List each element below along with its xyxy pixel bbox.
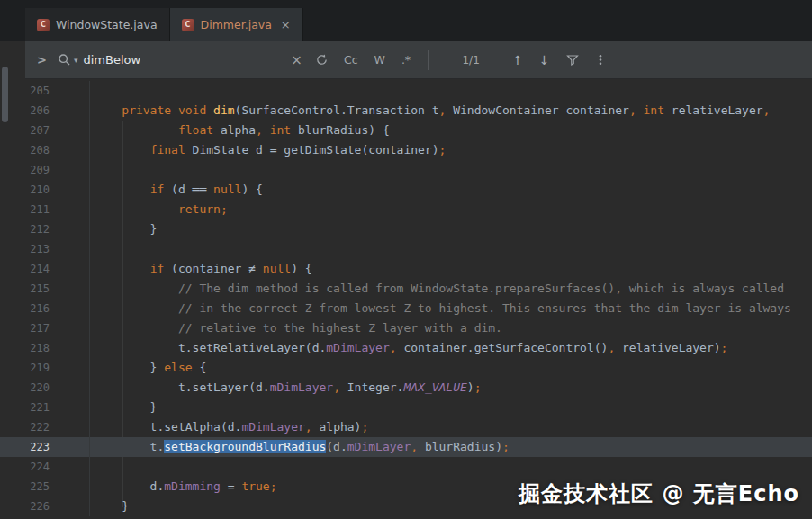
code-line[interactable]: 206 private void dim(SurfaceControl.Tran… [0, 101, 812, 121]
code-text: final DimState d = getDimState(container… [90, 140, 446, 160]
line-number[interactable]: 214 [0, 259, 90, 279]
code-text [90, 160, 94, 180]
code-text: return; [90, 200, 228, 219]
tab-label: WindowState.java [56, 18, 158, 31]
code-line[interactable]: 223 t.setBackgroundBlurRadius(d.mDimLaye… [0, 437, 812, 457]
code-text: } [90, 219, 157, 239]
search-history-arrow-icon[interactable]: ▾ [74, 56, 78, 65]
code-line[interactable]: 221 } [0, 398, 812, 417]
line-number[interactable]: 215 [0, 279, 90, 299]
circular-arrow-icon[interactable] [315, 53, 329, 67]
code-text: } else { [90, 358, 206, 378]
find-toolbar: > ▾ dimBelow × Cc W .* 1/1 ↑ ↓ [25, 41, 812, 79]
filter-funnel-icon[interactable] [565, 53, 580, 67]
regex-toggle[interactable]: .* [401, 53, 411, 67]
line-number[interactable]: 208 [0, 140, 90, 160]
code-line[interactable]: 210 if (d ══ null) { [0, 180, 812, 200]
scrollbar-thumb[interactable] [2, 67, 8, 122]
watermark-text: 掘金技术社区 @ 无言Echo [519, 479, 799, 508]
code-text: d.mDimming = true; [90, 477, 277, 497]
editor-tab-bar: C WindowState.java C Dimmer.java × [0, 0, 812, 41]
tab-label: Dimmer.java [201, 18, 272, 31]
line-number[interactable]: 225 [0, 477, 90, 497]
code-line[interactable]: 217 // relative to the highest Z layer w… [0, 318, 812, 338]
previous-occurrence-button[interactable]: ↑ [512, 53, 523, 67]
search-input[interactable]: ▾ dimBelow × [58, 52, 308, 68]
expand-replace-chevron-icon[interactable]: > [37, 53, 47, 67]
match-case-toggle[interactable]: Cc [344, 53, 358, 67]
code-line[interactable]: 211 return; [0, 200, 812, 219]
code-line[interactable]: 220 t.setLayer(d.mDimLayer, Integer.MAX_… [0, 378, 812, 398]
code-line[interactable]: 216 // in the correct Z from lowest Z to… [0, 299, 812, 318]
line-number[interactable]: 209 [0, 160, 90, 180]
line-number[interactable]: 226 [0, 497, 90, 516]
code-text [90, 239, 94, 259]
line-number[interactable]: 205 [0, 81, 90, 101]
search-query-text[interactable]: dimBelow [83, 53, 285, 67]
magnifier-icon[interactable] [58, 53, 71, 67]
next-occurrence-button[interactable]: ↓ [539, 53, 550, 67]
java-class-icon: C [37, 19, 50, 31]
line-number[interactable]: 223 [0, 437, 90, 457]
code-line[interactable]: 224 [0, 457, 812, 477]
code-text: // relative to the highest Z layer with … [90, 318, 502, 338]
line-number[interactable]: 207 [0, 121, 90, 140]
code-line[interactable]: 219 } else { [0, 358, 812, 378]
code-text: t.setRelativeLayer(d.mDimLayer, containe… [90, 338, 727, 358]
code-line[interactable]: 214 if (container ≠ null) { [0, 259, 812, 279]
line-number[interactable]: 210 [0, 180, 90, 200]
line-number[interactable]: 218 [0, 338, 90, 358]
code-line[interactable]: 207 float alpha, int blurRadius) { [0, 121, 812, 140]
line-number[interactable]: 216 [0, 299, 90, 318]
line-number[interactable]: 220 [0, 378, 90, 398]
line-number[interactable]: 217 [0, 318, 90, 338]
line-number[interactable]: 213 [0, 239, 90, 259]
code-text: } [90, 398, 157, 417]
line-number[interactable]: 211 [0, 200, 90, 219]
line-number[interactable]: 221 [0, 398, 90, 417]
clear-search-icon[interactable]: × [285, 52, 308, 68]
tab-windowstate-java[interactable]: C WindowState.java [25, 8, 170, 41]
tab-dimmer-java[interactable]: C Dimmer.java × [170, 8, 303, 41]
code-text [90, 457, 94, 477]
code-text: if (d ══ null) { [90, 180, 263, 200]
code-text: float alpha, int blurRadius) { [90, 121, 390, 140]
code-text: // The dim method is called from WindowS… [90, 279, 784, 299]
search-results-count: 1/1 [452, 54, 490, 67]
code-text: } [90, 497, 129, 516]
code-line[interactable]: 218 t.setRelativeLayer(d.mDimLayer, cont… [0, 338, 812, 358]
code-line[interactable]: 215 // The dim method is called from Win… [0, 279, 812, 299]
line-number[interactable]: 206 [0, 101, 90, 121]
whole-words-toggle[interactable]: W [374, 53, 385, 67]
code-text: t.setBackgroundBlurRadius(d.mDimLayer, b… [90, 437, 510, 457]
code-line[interactable]: 208 final DimState d = getDimState(conta… [0, 140, 812, 160]
code-text: if (container ≠ null) { [90, 259, 312, 279]
editor: 205206 private void dim(SurfaceControl.T… [0, 79, 812, 519]
ide-window: C WindowState.java C Dimmer.java × > ▾ d… [0, 0, 812, 519]
code-line[interactable]: 205 [0, 81, 812, 101]
code-line[interactable]: 222 t.setAlpha(d.mDimLayer, alpha); [0, 417, 812, 437]
line-number[interactable]: 212 [0, 219, 90, 239]
code-line[interactable]: 212 } [0, 219, 812, 239]
code-line[interactable]: 213 [0, 239, 812, 259]
code-text: // in the correct Z from lowest Z to hig… [90, 299, 791, 318]
line-number[interactable]: 222 [0, 417, 90, 437]
code-text: t.setAlpha(d.mDimLayer, alpha); [90, 417, 368, 437]
line-number[interactable]: 224 [0, 457, 90, 477]
java-class-icon: C [182, 19, 194, 31]
line-number[interactable]: 219 [0, 358, 90, 378]
more-options-icon[interactable] [594, 53, 607, 67]
code-text: t.setLayer(d.mDimLayer, Integer.MAX_VALU… [90, 378, 482, 398]
code-text: private void dim(SurfaceControl.Transact… [90, 101, 770, 121]
code-text [90, 81, 94, 101]
close-tab-icon[interactable]: × [281, 19, 291, 31]
code-line[interactable]: 209 [0, 160, 812, 180]
toolbar-divider [428, 50, 429, 70]
